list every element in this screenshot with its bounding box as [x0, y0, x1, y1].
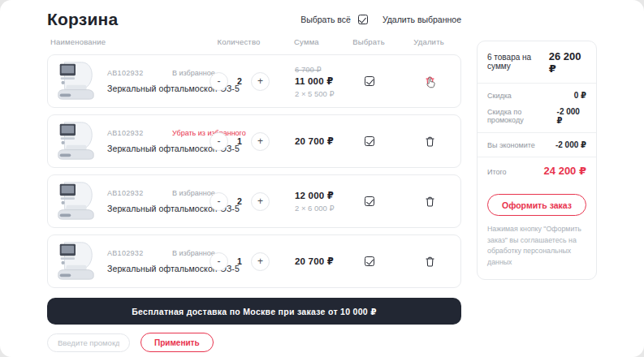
item-checkbox[interactable]: [365, 76, 374, 86]
subtotal-value: 26 200 ₽: [549, 50, 586, 75]
content: Наименование Количество Сумма Выбрать Уд…: [47, 37, 597, 352]
checkout-disclaimer: Нажимая кнопку "Оформить заказ" вы согла…: [487, 224, 586, 269]
cart-page: Корзина Выбрать всё Удалить выбранное На…: [0, 0, 644, 357]
product-info: АВ102932 В избранное Зеркальный офтальмо…: [48, 235, 194, 287]
increase-quantity-button[interactable]: +: [251, 72, 270, 91]
delete-item-button[interactable]: [426, 256, 434, 267]
product-image: [54, 119, 97, 163]
discount-row: Скидка 0 ₽: [487, 91, 586, 100]
price-detail: 2 × 6 000 ₽: [295, 204, 335, 213]
quantity-stepper: - 1 +: [194, 235, 285, 287]
product-image: [54, 239, 97, 283]
quantity-value: 2: [236, 196, 243, 206]
product-article: АВ102932: [107, 129, 172, 137]
topbar: Корзина Выбрать всё Удалить выбранное: [47, 10, 461, 29]
promo-discount-row: Скидка по промокоду -2 000 ₽: [487, 107, 586, 125]
top-actions: Выбрать всё Удалить выбранное: [300, 15, 461, 24]
product-info: АВ102932 Убрать из избранного Зеркальный…: [48, 115, 194, 167]
price: 20 700 ₽: [295, 135, 334, 147]
quantity-stepper: - 2 +: [194, 175, 285, 227]
delete-cell: [397, 235, 462, 287]
discount-value: 0 ₽: [574, 91, 586, 100]
page-title: Корзина: [47, 10, 118, 29]
select-cell: [342, 115, 397, 167]
quantity-stepper: - 1 +: [194, 115, 285, 167]
hand-cursor-icon: [426, 76, 436, 92]
price-detail: 2 × 5 500 ₽: [295, 89, 335, 98]
select-cell: [342, 235, 397, 287]
select-all-checkbox[interactable]: [358, 15, 368, 24]
total-value: 24 200 ₽: [544, 165, 586, 177]
cart-item-row: АВ102932 В избранное Зеркальный офтальмо…: [47, 174, 461, 228]
quantity-value: 2: [236, 76, 243, 86]
increase-quantity-button[interactable]: +: [251, 192, 270, 211]
header-name: Наименование: [47, 37, 193, 46]
promo-row: Применить: [47, 333, 461, 352]
product-image: [54, 179, 97, 223]
savings-value: -2 000 ₽: [555, 140, 586, 149]
select-all-label: Выбрать всё: [300, 15, 351, 24]
price: 12 000 ₽: [295, 190, 334, 201]
header-quantity: Количество: [193, 37, 284, 46]
checkout-button[interactable]: Оформить заказ: [487, 194, 586, 216]
price-cell: 20 700 ₽: [285, 115, 342, 167]
price-cell: 20 700 ₽: [285, 235, 342, 287]
table-header: Наименование Количество Сумма Выбрать Уд…: [47, 37, 461, 46]
total-label: Итого: [487, 168, 507, 176]
free-delivery-banner: Бесплатная доставка по Москве при заказе…: [47, 298, 461, 325]
increase-quantity-button[interactable]: +: [251, 252, 270, 271]
delete-cell: [397, 175, 462, 227]
header-delete: Удалить: [396, 37, 461, 46]
product-article: АВ102932: [107, 249, 172, 257]
item-checkbox[interactable]: [365, 256, 374, 266]
trash-icon: [426, 256, 434, 267]
decrease-quantity-button[interactable]: -: [210, 192, 228, 211]
cart-column: Наименование Количество Сумма Выбрать Уд…: [47, 37, 461, 352]
cart-item-row: АВ102932 Убрать из избранного Зеркальный…: [47, 114, 461, 168]
quantity-value: 1: [236, 136, 243, 146]
quantity-stepper: - 2 +: [194, 55, 285, 107]
subtotal-row: 6 товара на сумму 26 200 ₽: [487, 50, 586, 75]
price: 11 000 ₽: [295, 75, 333, 87]
quantity-value: 1: [236, 256, 243, 266]
order-summary-card: 6 товара на сумму 26 200 ₽ Скидка 0 ₽ Ск…: [477, 41, 597, 280]
delete-selected-button[interactable]: Удалить выбранное: [383, 15, 461, 24]
apply-promo-button[interactable]: Применить: [140, 333, 214, 352]
product-info: АВ102932 В избранное Зеркальный офтальмо…: [48, 55, 194, 107]
divider: [478, 157, 596, 157]
decrease-quantity-button[interactable]: -: [210, 72, 228, 91]
cart-item-row: АВ102932 В избранное Зеркальный офтальмо…: [47, 54, 461, 108]
cart-items-list: АВ102932 В избранное Зеркальный офтальмо…: [47, 54, 461, 288]
delete-item-button[interactable]: [426, 196, 434, 207]
old-price: 6 700 ₽: [295, 65, 321, 74]
select-all-toggle[interactable]: Выбрать всё: [300, 15, 368, 24]
decrease-quantity-button[interactable]: -: [210, 252, 228, 271]
product-info: АВ102932 В избранное Зеркальный офтальмо…: [48, 175, 194, 227]
price: 20 700 ₽: [295, 256, 334, 267]
savings-row: Вы экономите -2 000 ₽: [487, 140, 586, 149]
header-sum: Сумма: [284, 37, 341, 46]
price-cell: 12 000 ₽ 2 × 6 000 ₽: [285, 175, 342, 227]
promo-discount-label: Скидка по промокоду: [487, 108, 557, 124]
promo-code-input[interactable]: [47, 333, 130, 352]
decrease-quantity-button[interactable]: -: [210, 132, 228, 151]
delete-item-button[interactable]: [426, 136, 434, 147]
product-article: АВ102932: [107, 69, 172, 77]
savings-label: Вы экономите: [487, 141, 535, 149]
trash-icon: [426, 136, 434, 147]
increase-quantity-button[interactable]: +: [251, 132, 270, 151]
divider: [478, 83, 596, 84]
delete-cell: [397, 55, 462, 107]
divider: [478, 132, 596, 133]
select-cell: [342, 175, 397, 227]
item-checkbox[interactable]: [365, 196, 374, 206]
discount-label: Скидка: [487, 92, 512, 100]
trash-icon: [426, 196, 434, 207]
price-cell: 6 700 ₽ 11 000 ₽ 2 × 5 500 ₽: [285, 55, 342, 107]
total-row: Итого 24 200 ₽: [487, 165, 586, 177]
item-checkbox[interactable]: [365, 136, 374, 146]
product-article: АВ102932: [107, 189, 172, 197]
free-delivery-text: Бесплатная доставка по Москве при заказе…: [132, 307, 377, 316]
product-image: [54, 59, 97, 103]
promo-discount-value: -2 000 ₽: [557, 107, 586, 125]
